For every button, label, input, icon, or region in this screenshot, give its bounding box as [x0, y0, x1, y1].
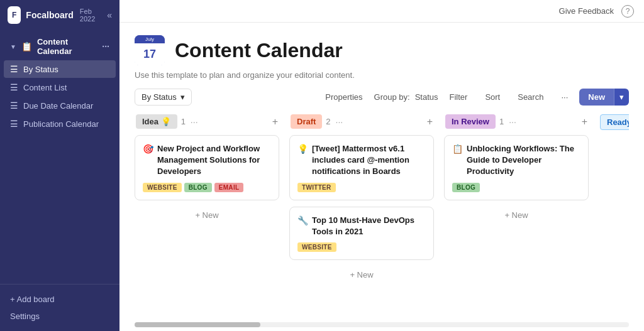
board-icon: 📋 [21, 41, 32, 52]
tag-email: EMAIL [214, 183, 244, 192]
board-options-icon[interactable]: ··· [102, 41, 109, 52]
card-tags: BLOG [452, 183, 580, 192]
col-label-in-review: In Review [445, 114, 496, 129]
sidebar-item-content-list[interactable]: ☰ Content List [4, 79, 116, 96]
search-button[interactable]: Search [511, 89, 550, 105]
tag-twitter: TWITTER [297, 183, 336, 192]
tag-blog: BLOG [452, 183, 480, 192]
card-title: 🎯 New Project and Workflow Management So… [143, 143, 271, 178]
calendar-icon: ☰ [10, 119, 18, 129]
tag-website: WEBSITE [297, 242, 336, 252]
col-label-ready: Ready to Publish [600, 114, 629, 130]
sidebar-item-label: Due Date Calendar [23, 101, 93, 111]
board-section: ▼ 📋 Content Calendar ··· ☰ By Status ☰ C… [0, 30, 119, 136]
list-icon: ☰ [10, 82, 18, 92]
card-title: 🔧 Top 10 Must-Have DevOps Tools in 2021 [297, 215, 426, 237]
column-in-review: In Review 1 ··· + 📋 Unblocking Workflows… [444, 114, 589, 312]
card-title: 💡 [Tweet] Mattermost v6.1 includes card … [297, 143, 426, 178]
app-date: Feb 2022 [80, 8, 102, 23]
add-card-idea[interactable]: + New [135, 207, 279, 224]
sidebar-item-due-date[interactable]: ☰ Due Date Calendar [4, 97, 116, 114]
sidebar-header: F Focalboard Feb 2022 « [0, 0, 119, 30]
card-title-text: Unblocking Workflows: The Guide to Devel… [467, 143, 580, 178]
col-options-icon[interactable]: ··· [509, 117, 516, 127]
calendar-icon: ☰ [10, 100, 18, 111]
settings-label: Settings [10, 312, 40, 321]
sort-button[interactable]: Sort [479, 89, 506, 105]
new-button-dropdown[interactable]: ▾ [614, 89, 629, 106]
calendar-day: 17 [135, 43, 165, 65]
card-tags: TWITTER [297, 183, 426, 192]
col-add-icon[interactable]: + [582, 116, 587, 128]
new-button[interactable]: New [579, 89, 614, 106]
column-idea: Idea 💡 1 ··· + 🎯 New Project and Workflo… [135, 114, 279, 312]
col-options-icon[interactable]: ··· [191, 117, 198, 127]
col-count-in-review: 1 [499, 117, 504, 126]
col-label-idea: Idea 💡 [136, 114, 177, 129]
add-card-draft[interactable]: + New [289, 266, 434, 283]
board: Idea 💡 1 ··· + 🎯 New Project and Workflo… [135, 114, 629, 318]
new-button-group: New ▾ [579, 89, 629, 106]
horizontal-scrollbar[interactable] [135, 322, 629, 327]
add-board-label: + Add board [10, 295, 54, 304]
col-count-idea: 1 [181, 117, 186, 126]
column-ready-to-publish: Ready to Publish ··· + + New [599, 114, 629, 312]
help-button[interactable]: ? [621, 5, 634, 18]
page-title: Content Calendar [175, 39, 343, 62]
tag-website: WEBSITE [143, 183, 182, 192]
card-draft-1[interactable]: 💡 [Tweet] Mattermost v6.1 includes card … [289, 135, 434, 200]
sidebar: F Focalboard Feb 2022 « ▼ 📋 Content Cale… [0, 0, 119, 331]
settings-button[interactable]: Settings [5, 308, 114, 325]
card-emoji: 💡 [297, 143, 308, 156]
properties-button[interactable]: Properties [319, 89, 369, 105]
more-options-button[interactable]: ··· [555, 89, 574, 105]
card-tags: WEBSITE [297, 242, 426, 252]
filter-button[interactable]: Filter [443, 89, 474, 105]
main-content: Give Feedback ? July 17 Content Calendar… [119, 0, 644, 331]
sidebar-item-label: Content List [23, 83, 67, 92]
app-name: Focalboard [26, 10, 73, 20]
card-emoji: 🔧 [297, 215, 308, 227]
sidebar-item-content-calendar[interactable]: ▼ 📋 Content Calendar ··· [4, 33, 116, 60]
col-options-icon[interactable]: ··· [336, 117, 343, 127]
column-header-idea: Idea 💡 1 ··· + [135, 114, 279, 129]
col-label-draft: Draft [291, 114, 322, 129]
page-subtitle: Use this template to plan and organize y… [135, 70, 629, 80]
card-title-text: [Tweet] Mattermost v6.1 includes card @-… [312, 143, 426, 178]
card-idea-1[interactable]: 🎯 New Project and Workflow Management So… [135, 135, 279, 200]
page-content: July 17 Content Calendar Use this templa… [119, 23, 644, 318]
card-draft-2[interactable]: 🔧 Top 10 Must-Have DevOps Tools in 2021 … [289, 207, 434, 260]
sidebar-item-by-status[interactable]: ☰ By Status [4, 60, 116, 78]
add-card-review[interactable]: + New [444, 207, 589, 224]
help-icon: ? [626, 7, 630, 16]
card-title-text: New Project and Workflow Management Solu… [157, 143, 271, 178]
column-header-ready: Ready to Publish ··· + [599, 114, 629, 130]
list-icon: ☰ [10, 64, 18, 74]
page-header: July 17 Content Calendar [135, 35, 629, 65]
collapse-sidebar-icon[interactable]: « [107, 10, 112, 20]
calendar-icon-box: July 17 [135, 35, 165, 65]
tag-blog: BLOG [184, 183, 212, 192]
col-add-icon[interactable]: + [272, 116, 278, 128]
give-feedback-link[interactable]: Give Feedback [559, 6, 614, 16]
column-draft: Draft 2 ··· + 💡 [Tweet] Mattermost v6.1 … [289, 114, 434, 312]
chevron-down-icon: ▾ [180, 92, 185, 102]
sidebar-item-publication[interactable]: ☰ Publication Calendar [4, 115, 116, 133]
card-title-text: Top 10 Must-Have DevOps Tools in 2021 [312, 215, 426, 237]
add-card-ready[interactable]: + New [599, 136, 629, 153]
group-by-select[interactable]: By Status ▾ [135, 89, 192, 106]
sidebar-item-label: Publication Calendar [23, 119, 99, 129]
card-emoji: 🎯 [143, 143, 153, 156]
column-header-draft: Draft 2 ··· + [289, 114, 434, 129]
col-count-draft: 2 [326, 117, 330, 126]
arrow-icon: ▼ [10, 43, 16, 50]
scrollbar-thumb[interactable] [135, 322, 260, 327]
logo-icon: F [8, 6, 21, 24]
board-label: Content Calendar [37, 37, 97, 56]
group-by-text: Group by: [374, 92, 410, 102]
card-title: 📋 Unblocking Workflows: The Guide to Dev… [452, 143, 580, 178]
col-add-icon[interactable]: + [427, 116, 433, 128]
add-board-button[interactable]: + Add board [5, 291, 114, 308]
card-review-1[interactable]: 📋 Unblocking Workflows: The Guide to Dev… [444, 135, 589, 200]
sidebar-bottom: + Add board Settings [0, 284, 119, 331]
